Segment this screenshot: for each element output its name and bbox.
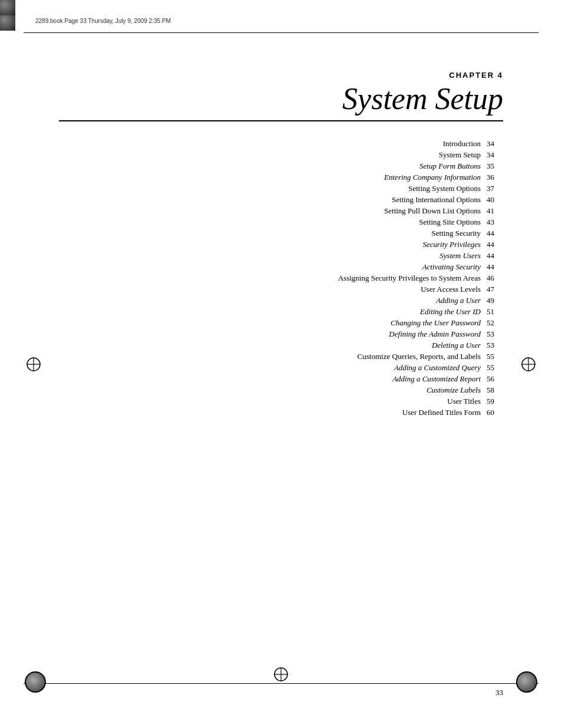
file-info: 2289.book Page 33 Thursday, July 9, 2009… bbox=[35, 18, 171, 24]
toc-entry: Security Privileges44 bbox=[59, 240, 503, 249]
toc-page: 35 bbox=[487, 162, 503, 171]
toc-page: 44 bbox=[487, 262, 503, 272]
title-divider bbox=[59, 120, 503, 121]
toc-entry: Defining the Admin Password53 bbox=[59, 330, 503, 339]
top-border bbox=[24, 32, 538, 33]
toc-entry: Adding a Customized Query55 bbox=[59, 363, 503, 373]
toc-page: 46 bbox=[487, 274, 503, 283]
main-content: CHAPTER 4 System Setup Introduction34Sys… bbox=[59, 53, 503, 669]
toc-label: Security Privileges bbox=[422, 240, 481, 249]
toc-entry: Customize Queries, Reports, and Labels55 bbox=[59, 352, 503, 361]
toc-label: Changing the User Password bbox=[391, 318, 481, 328]
table-of-contents: Introduction34System Setup34Setup Form B… bbox=[59, 139, 503, 417]
toc-page: 55 bbox=[487, 363, 503, 373]
toc-page: 40 bbox=[487, 195, 503, 205]
toc-entry: Entering Company Information36 bbox=[59, 173, 503, 182]
toc-page: 41 bbox=[487, 206, 503, 216]
toc-label: Adding a User bbox=[436, 296, 481, 305]
toc-page: 44 bbox=[487, 229, 503, 238]
toc-entry: User Access Levels47 bbox=[59, 285, 503, 294]
toc-label: Setting System Options bbox=[408, 184, 481, 193]
toc-page: 34 bbox=[487, 139, 503, 149]
toc-label: Adding a Customized Query bbox=[394, 363, 481, 373]
toc-entry: Setting Security44 bbox=[59, 229, 503, 238]
toc-label: Activating Security bbox=[422, 262, 481, 272]
toc-entry: Assigning Security Privileges to System … bbox=[59, 274, 503, 283]
toc-label: User Access Levels bbox=[421, 285, 481, 294]
toc-label: Setting Pull Down List Options bbox=[384, 206, 481, 216]
crosshair-midright bbox=[521, 357, 536, 372]
toc-label: Adding a Customized Report bbox=[392, 374, 481, 384]
toc-entry: Setup Form Buttons35 bbox=[59, 162, 503, 171]
toc-entry: Customize Labels58 bbox=[59, 386, 503, 395]
toc-label: System Users bbox=[439, 251, 481, 261]
toc-page: 37 bbox=[487, 184, 503, 193]
toc-label: Editing the User ID bbox=[420, 307, 481, 317]
toc-page: 44 bbox=[487, 240, 503, 249]
toc-page: 34 bbox=[487, 150, 503, 160]
toc-page: 49 bbox=[487, 296, 503, 305]
toc-label: System Setup bbox=[439, 150, 481, 160]
toc-entry: User Defined Titles Form60 bbox=[59, 408, 503, 417]
toc-page: 43 bbox=[487, 218, 503, 227]
toc-entry: Introduction34 bbox=[59, 139, 503, 149]
toc-label: Assigning Security Privileges to System … bbox=[338, 274, 481, 283]
chapter-label: CHAPTER 4 bbox=[59, 71, 503, 80]
toc-entry: Setting International Options40 bbox=[59, 195, 503, 205]
toc-entry: System Users44 bbox=[59, 251, 503, 261]
toc-label: Customize Queries, Reports, and Labels bbox=[358, 352, 481, 361]
toc-page: 44 bbox=[487, 251, 503, 261]
toc-label: Defining the Admin Password bbox=[389, 330, 481, 339]
toc-entry: Editing the User ID51 bbox=[59, 307, 503, 317]
toc-label: Setup Form Buttons bbox=[419, 162, 481, 171]
reg-circle-bottomright bbox=[516, 671, 537, 693]
page-number: 33 bbox=[495, 688, 503, 697]
toc-label: User Defined Titles Form bbox=[402, 408, 481, 417]
toc-page: 51 bbox=[487, 307, 503, 317]
toc-label: Customize Labels bbox=[427, 386, 481, 395]
toc-page: 52 bbox=[487, 318, 503, 328]
crosshair-midleft bbox=[26, 357, 41, 372]
chapter-title: System Setup bbox=[59, 82, 503, 116]
toc-entry: Deleting a User53 bbox=[59, 341, 503, 350]
toc-page: 59 bbox=[487, 397, 503, 406]
bottom-border bbox=[24, 683, 538, 684]
toc-entry: Changing the User Password52 bbox=[59, 318, 503, 328]
toc-entry: Setting System Options37 bbox=[59, 184, 503, 193]
toc-label: Deleting a User bbox=[432, 341, 481, 350]
toc-page: 58 bbox=[487, 386, 503, 395]
toc-page: 47 bbox=[487, 285, 503, 294]
toc-label: Setting Site Options bbox=[419, 218, 481, 227]
toc-label: Entering Company Information bbox=[384, 173, 481, 182]
toc-page: 55 bbox=[487, 352, 503, 361]
toc-entry: Adding a User49 bbox=[59, 296, 503, 305]
toc-label: Introduction bbox=[443, 139, 481, 149]
toc-label: User Titles bbox=[447, 397, 481, 406]
toc-label: Setting Security bbox=[432, 229, 481, 238]
toc-entry: System Setup34 bbox=[59, 150, 503, 160]
toc-page: 56 bbox=[487, 374, 503, 384]
toc-entry: Setting Site Options43 bbox=[59, 218, 503, 227]
toc-entry: Adding a Customized Report56 bbox=[59, 374, 503, 384]
toc-entry: Activating Security44 bbox=[59, 262, 503, 272]
toc-entry: Setting Pull Down List Options41 bbox=[59, 206, 503, 216]
reg-circle-topright bbox=[0, 15, 15, 31]
reg-circle-topleft bbox=[0, 0, 15, 15]
toc-label: Setting International Options bbox=[392, 195, 481, 205]
toc-entry: User Titles59 bbox=[59, 397, 503, 406]
toc-page: 53 bbox=[487, 341, 503, 350]
reg-circle-bottomleft bbox=[25, 671, 46, 693]
toc-page: 36 bbox=[487, 173, 503, 182]
toc-page: 60 bbox=[487, 408, 503, 417]
toc-page: 53 bbox=[487, 330, 503, 339]
header-bar: 2289.book Page 33 Thursday, July 9, 2009… bbox=[35, 18, 527, 24]
